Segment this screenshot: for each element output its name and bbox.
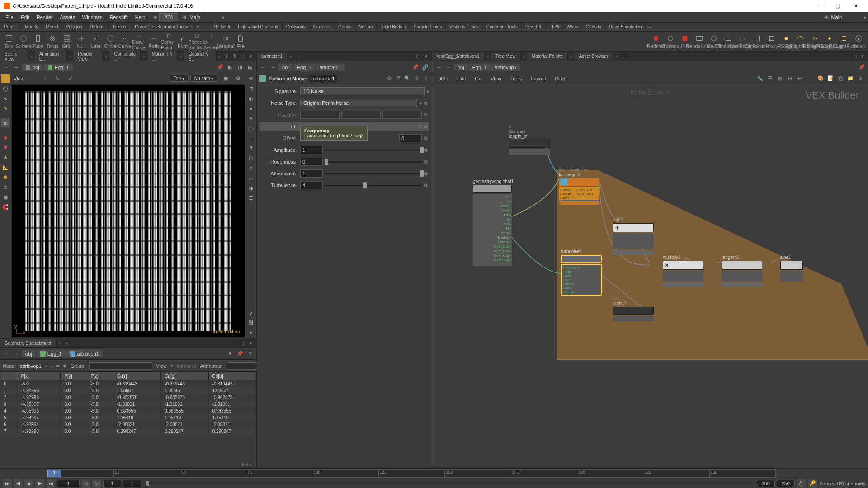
shelf-tab[interactable]: Particle Fluids: [410, 23, 446, 30]
shelf-tab[interactable]: Game Development Toolset: [131, 23, 194, 30]
shelf-expand-icon[interactable]: ▾: [195, 24, 201, 30]
attenuation-slider[interactable]: [325, 173, 422, 174]
disp-opt-icon[interactable]: 👁: [246, 74, 255, 83]
pane-menu-icon[interactable]: ▾: [247, 339, 255, 347]
table-row[interactable]: 2-4.979980.0-5.0-0.902878-0.902878-0.902…: [0, 394, 256, 401]
view-drop-icon[interactable]: ▾: [170, 363, 173, 369]
parm-search-icon[interactable]: 🔍: [404, 75, 411, 82]
parm-pin-icon[interactable]: 📌: [411, 63, 420, 72]
viewport-camera[interactable]: No cam ▾: [190, 75, 217, 82]
parm-help-icon[interactable]: ?: [422, 75, 429, 82]
shelf-drawcurve[interactable]: Draw Curve: [132, 33, 146, 50]
node-for-begin[interactable]: Block Begin For for_begin1 • index index…: [559, 168, 599, 205]
lasso-tool-icon[interactable]: ◯: [1, 84, 10, 93]
play-play-icon[interactable]: ▶: [35, 479, 44, 488]
shelf-tab[interactable]: Particles: [310, 23, 335, 30]
shelf-tab[interactable]: Polygon: [62, 23, 86, 30]
curve-tool-icon[interactable]: ∿: [1, 94, 10, 103]
light-tool-icon[interactable]: ☀: [1, 153, 10, 162]
shade-wire-icon[interactable]: ⊞: [246, 84, 255, 93]
tab-close-icon[interactable]: ×: [520, 54, 527, 59]
snap-tool-icon[interactable]: ✱: [1, 143, 10, 152]
disp-mode2-icon[interactable]: ◨: [236, 63, 245, 72]
ss-class-detail-icon[interactable]: ◈: [63, 361, 66, 371]
shelf-box[interactable]: Box: [2, 33, 16, 50]
parm-gear-icon[interactable]: ✿: [422, 159, 429, 165]
menu-render[interactable]: Render: [33, 13, 57, 21]
vex-help[interactable]: Help: [552, 75, 569, 83]
range-slider[interactable]: [146, 483, 752, 484]
hq-light-icon[interactable]: ☀: [246, 114, 255, 123]
nav-back-icon[interactable]: ←: [259, 63, 268, 72]
shelf-tab[interactable]: Lights and Cameras: [234, 23, 283, 30]
table-row[interactable]: 5-4.949950.0-5.01.154191.154191.15419: [0, 414, 256, 421]
tab-geospread[interactable]: Geometry S…: [184, 50, 216, 63]
select-arrow-icon[interactable]: ♦: [419, 100, 422, 106]
sculpt-tool-icon[interactable]: ⬢: [1, 173, 10, 182]
col-header[interactable]: Cd[g]: [161, 372, 208, 380]
col-header[interactable]: P[x]: [17, 372, 61, 380]
crumb-geo[interactable]: Egg_1: [293, 64, 315, 71]
shade-smooth-icon[interactable]: ●: [246, 104, 255, 113]
tab-close-icon[interactable]: ×: [28, 54, 34, 59]
view-label[interactable]: View: [156, 363, 167, 369]
scope-drop-icon[interactable]: ♦: [222, 14, 225, 20]
tab-close-icon[interactable]: ×: [568, 54, 574, 59]
brush-tool-icon[interactable]: ✎: [1, 104, 10, 113]
shelf-tab[interactable]: Rigid Bodies: [377, 23, 410, 30]
nav-fwd-icon[interactable]: →: [12, 63, 21, 72]
tab-add-icon[interactable]: +: [620, 53, 628, 60]
shelf-file[interactable]: File: [233, 33, 248, 50]
tab-treeview[interactable]: Tree View: [491, 52, 520, 60]
backface-icon[interactable]: ◑: [246, 183, 255, 192]
shelf-rs-options[interactable]: Options: [663, 33, 678, 50]
shelf-metaball[interactable]: Metaball: [219, 33, 233, 50]
gamma-icon[interactable]: γ: [246, 308, 255, 317]
spreadsheet-table[interactable]: P[x]P[y]P[z]Cd[r]Cd[g]Cd[b] 0-5.00.0-5.0…: [0, 372, 256, 461]
shelf-tab[interactable]: Model: [42, 23, 62, 30]
ss-pin-icon[interactable]: 📌: [236, 349, 245, 358]
scope-prev-icon[interactable]: ◀: [182, 14, 186, 20]
shelf-rs-about[interactable]: iAbout: [851, 33, 866, 50]
shelf-rs[interactable]: Redshift: [649, 33, 663, 50]
table-row[interactable]: 4-4.959960.0-5.00.9835550.9835550.983555: [0, 408, 256, 414]
tab-close-icon[interactable]: ×: [56, 340, 62, 346]
desktop-right-drop-icon[interactable]: ♦: [863, 14, 866, 20]
measure-tool-icon[interactable]: 📐: [1, 163, 10, 172]
pos-x-input[interactable]: [300, 111, 340, 119]
shelf-null[interactable]: Null: [74, 33, 89, 50]
xray-icon[interactable]: ◇: [246, 164, 255, 173]
net-grid3-icon[interactable]: ⊟: [796, 75, 804, 83]
range-start-input[interactable]: [103, 480, 121, 487]
shelf-tab[interactable]: Collisions: [283, 23, 310, 30]
net-grid2-icon[interactable]: ⊞: [786, 75, 794, 83]
nav-back-icon[interactable]: ←: [434, 63, 443, 72]
crumb-geo[interactable]: Egg_1: [37, 350, 66, 357]
amplitude-input[interactable]: [300, 146, 323, 154]
disp-menu-icon[interactable]: ▾: [246, 328, 255, 337]
desktop-prev-icon[interactable]: ◀: [153, 14, 156, 20]
tab-close-icon[interactable]: ×: [216, 54, 222, 59]
roughness-slider[interactable]: [325, 161, 422, 163]
col-header[interactable]: Cd[b]: [208, 372, 256, 380]
tab-renderview[interactable]: Render View: [73, 50, 103, 63]
pane-menu-icon[interactable]: ▾: [859, 53, 866, 60]
nav-back-icon[interactable]: ←: [2, 349, 11, 358]
attenuation-input[interactable]: [300, 169, 323, 178]
ss-class-prims-icon[interactable]: ▱: [56, 361, 59, 371]
shelf-add-icon[interactable]: +: [646, 24, 654, 30]
net-grid-icon[interactable]: ▦: [776, 75, 784, 83]
shelf-tab[interactable]: Wires: [563, 23, 582, 30]
nav-back-icon[interactable]: ←: [2, 63, 11, 72]
table-row[interactable]: 6-4.939940.0-5.0-2.08821-2.08821-2.08821: [0, 421, 256, 428]
vex-edit[interactable]: Edit: [454, 75, 470, 83]
col-header[interactable]: [0, 372, 17, 380]
vex-go[interactable]: Go: [472, 75, 486, 83]
pane-max-icon[interactable]: ▢: [239, 339, 246, 347]
vex-layout[interactable]: Layout: [528, 75, 550, 83]
menu-windows[interactable]: Windows: [79, 13, 106, 21]
shelf-tube[interactable]: Tube: [31, 33, 45, 50]
tab-parm[interactable]: turbnoise1: [257, 52, 288, 60]
parm-gear-icon[interactable]: ✿: [422, 183, 429, 188]
net-note-icon[interactable]: 📝: [826, 75, 835, 83]
